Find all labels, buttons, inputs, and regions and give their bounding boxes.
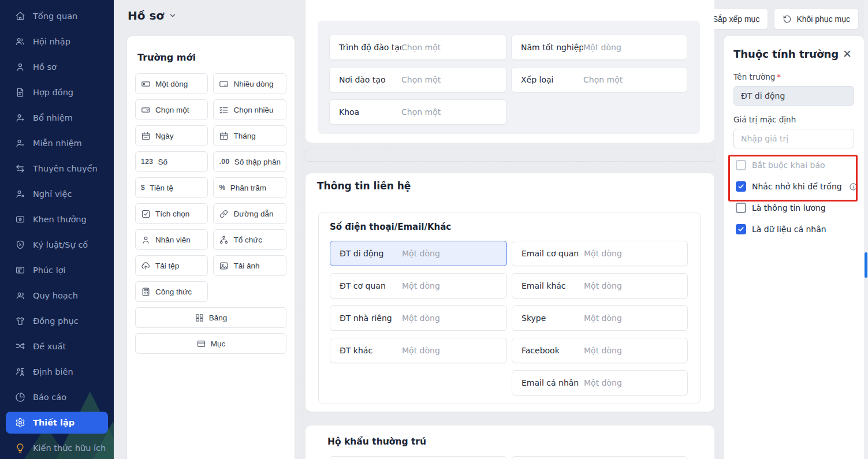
field-name-label: Tên trường* <box>733 72 854 81</box>
field-box[interactable]: Nơi đào tạoChọn một <box>329 67 506 92</box>
panel-scrollbar-track[interactable] <box>864 0 868 459</box>
field-box[interactable]: ĐT di độngMột dòng <box>330 241 507 266</box>
table-icon <box>195 313 204 323</box>
field-box[interactable]: Năm tốt nghiệpMột dòng <box>511 35 687 60</box>
field-type: Chọn một <box>401 43 441 52</box>
sidebar-item-h-i-nh-p[interactable]: Hội nhập <box>6 31 108 53</box>
sidebar-item-thuy-n-chuy-n[interactable]: Thuyên chuyển <box>6 158 108 180</box>
field-type: Chọn một <box>401 107 441 117</box>
field-box[interactable]: ĐT nhà riêngMột dòng <box>330 305 507 331</box>
field-box[interactable] <box>512 456 688 459</box>
palette-field-label: Tích chọn <box>155 210 189 218</box>
sidebar-item-thi-t-l-p[interactable]: Thiết lập <box>6 412 108 434</box>
sidebar-item-quy-ho-ch[interactable]: Quy hoạch <box>6 285 108 307</box>
page-title-dropdown[interactable]: Hồ sơ <box>128 9 177 23</box>
sidebar-item--nh-bi-n[interactable]: Định biên <box>6 361 108 383</box>
transfer-icon <box>15 163 25 174</box>
field-name: ĐT khác <box>340 346 402 355</box>
palette-field-button[interactable]: 123Số <box>135 151 208 172</box>
field-box[interactable]: KhoaChọn một <box>329 99 506 125</box>
sidebar-item-label: Đồng phục <box>33 316 79 326</box>
checkbox-checked[interactable] <box>736 181 746 192</box>
field-type: Chọn một <box>401 75 441 84</box>
main-content: Hồ sơ Lấy lại mặc địnhXem trướcSắp xếp m… <box>114 0 868 459</box>
palette-field-button[interactable]: $Tiền tệ <box>135 177 208 198</box>
sidebar-item--xu-t[interactable]: Đề xuất <box>6 335 108 357</box>
palette-field-button[interactable]: Tích chọn <box>135 203 208 224</box>
sidebar-item-label: Phúc lợi <box>33 266 66 275</box>
sidebar-item-t-ng-quan[interactable]: Tổng quan <box>6 5 108 27</box>
field-box[interactable]: FacebookMột dòng <box>512 338 688 363</box>
sidebar-item--ng-ph-c[interactable]: Đồng phục <box>6 310 108 332</box>
sidebar-item-label: Kỷ luật/Sự cố <box>33 240 88 249</box>
palette-field-button[interactable]: Tháng <box>213 125 286 146</box>
field-type: Một dòng <box>584 249 622 258</box>
field-name: Email cơ quan <box>521 249 584 258</box>
sidebar-item-k-lu-t-s-c-[interactable]: Kỷ luật/Sự cố <box>6 234 108 256</box>
palette-field-label: Tiền tệ <box>150 184 173 192</box>
palette-field-button[interactable]: Đường dẫn <box>213 203 286 224</box>
field-box[interactable]: Email cơ quanMột dòng <box>512 241 688 266</box>
close-icon[interactable]: ✕ <box>840 47 854 61</box>
button-label: Sắp xếp mục <box>713 14 760 24</box>
sidebar-item-ki-n-th-c-h-u-ch[interactable]: Kiến thức hữu ích <box>6 437 108 459</box>
palette-field-button[interactable]: Tải ảnh <box>213 255 286 276</box>
palette-field-button[interactable]: Tải tệp <box>135 255 208 276</box>
palette-field-button[interactable]: Công thức <box>135 281 208 302</box>
palette-field-label: Chọn nhiều <box>233 106 273 114</box>
sidebar-item-ngh-vi-c[interactable]: Nghỉ việc <box>6 183 108 205</box>
option-checkbox-row[interactable]: Nhắc nhở khi để trống <box>736 181 854 192</box>
home-icon <box>15 11 25 21</box>
user-minus-icon <box>15 138 25 148</box>
upload-icon <box>141 261 151 271</box>
user-plus-icon <box>15 113 25 123</box>
user-icon <box>15 62 25 72</box>
input-multi-line-icon <box>219 79 229 89</box>
palette-wide-button[interactable]: Mục <box>135 333 286 354</box>
sidebar-item-label: Thuyên chuyển <box>33 164 98 173</box>
palette-field-button[interactable]: Nhân viên <box>135 229 208 250</box>
sidebar-item-ph-c-l-i[interactable]: Phúc lợi <box>6 259 108 281</box>
field-box[interactable]: ĐT cơ quanMột dòng <box>330 273 507 298</box>
sidebar-item-label: Miễn nhiệm <box>33 139 82 148</box>
checkbox-unchecked[interactable] <box>736 203 746 213</box>
field-type: Một dòng <box>402 314 440 323</box>
panel-scrollbar-thumb[interactable] <box>865 252 867 278</box>
palette-field-button[interactable]: %Phần trăm <box>213 177 286 198</box>
topbar-button-4[interactable]: Khôi phục mục <box>774 8 859 29</box>
field-box[interactable]: SkypeMột dòng <box>512 305 688 331</box>
sidebar-item-b-nhi-m[interactable]: Bổ nhiệm <box>6 107 108 129</box>
field-box[interactable]: ĐT khácMột dòng <box>330 338 507 363</box>
default-value-input[interactable] <box>733 129 854 148</box>
palette-field-button[interactable]: Chọn nhiều <box>213 99 286 120</box>
sidebar-item-h-p-ng[interactable]: Hợp đồng <box>6 81 108 103</box>
checkbox-unchecked[interactable] <box>736 160 746 170</box>
employee-icon <box>141 235 151 245</box>
sidebar-item-label: Tổng quan <box>33 12 77 21</box>
field-name: Năm tốt nghiệp <box>521 43 583 52</box>
field-name-input[interactable] <box>733 86 854 106</box>
field-box[interactable]: Xếp loạiChọn một <box>511 67 687 92</box>
field-type: Một dòng <box>584 281 622 290</box>
sidebar-item-khen-th-ng[interactable]: Khen thưởng <box>6 208 108 230</box>
option-checkbox-row[interactable]: Là thông tin lương <box>736 203 854 213</box>
field-box[interactable]: Email khácMột dòng <box>512 273 688 298</box>
option-checkbox-row[interactable]: Bắt buộc khai báo <box>736 160 854 170</box>
palette-field-button[interactable]: Tổ chức <box>213 229 286 250</box>
palette-wide-button[interactable]: Bảng <box>135 307 286 328</box>
checkbox-checked[interactable] <box>736 224 746 234</box>
field-box[interactable] <box>330 456 507 459</box>
palette-field-button[interactable]: Nhiều dòng <box>213 73 286 94</box>
sidebar-item-b-o-c-o[interactable]: Báo cáo <box>6 386 108 408</box>
palette-field-button[interactable]: Một dòng <box>135 73 208 94</box>
palette-field-button[interactable]: Chọn một <box>135 99 208 120</box>
option-checkbox-row[interactable]: Là dữ liệu cá nhân <box>736 224 854 234</box>
palette-field-button[interactable]: Ngày <box>135 125 208 146</box>
sidebar-item-h-s-[interactable]: Hồ sơ <box>6 56 108 78</box>
calendar-month-icon <box>219 131 229 141</box>
palette-field-button[interactable]: .00Số thập phân <box>213 151 286 172</box>
shirt-icon <box>15 316 25 326</box>
field-box[interactable]: Email cá nhânMột dòng <box>512 370 688 395</box>
sidebar-item-mi-n-nhi-m[interactable]: Miễn nhiệm <box>6 132 108 154</box>
field-box[interactable]: Trình độ đào tạoChọn một <box>329 35 506 60</box>
